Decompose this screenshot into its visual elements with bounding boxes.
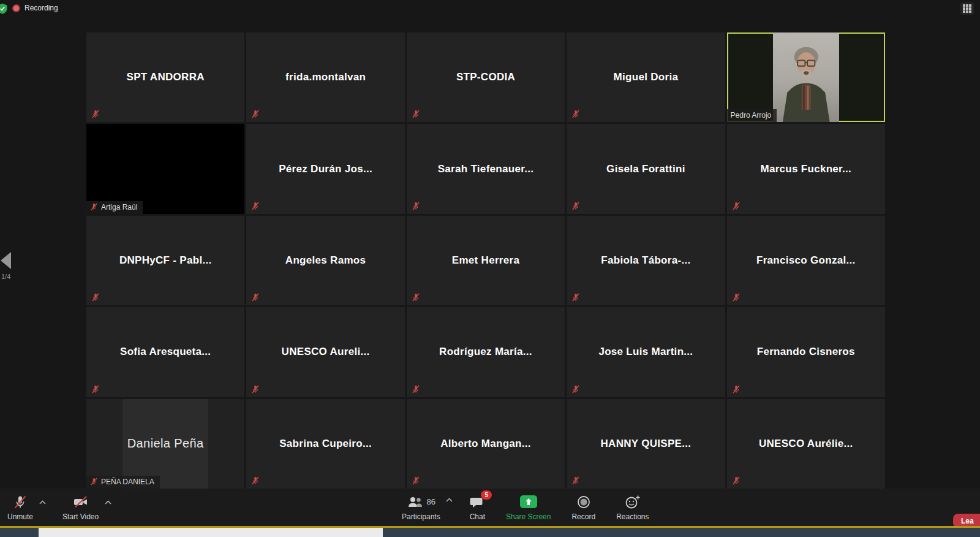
participant-name: Fabiola Tábora-... (567, 216, 725, 305)
person-silhouette (773, 36, 840, 123)
mic-muted-icon (732, 476, 741, 485)
participant-label-text: PEÑA DANIELA (101, 478, 154, 486)
participant-name: Miguel Doria (567, 32, 725, 122)
participant-tile[interactable]: Alberto Mangan... (407, 399, 565, 489)
participant-tile[interactable]: Francisco Gonzal... (727, 216, 885, 305)
chat-button[interactable]: 5 Chat (465, 492, 490, 524)
participant-tile[interactable]: Fabiola Tábora-... (567, 216, 725, 305)
mic-muted-icon (571, 293, 580, 302)
mic-muted-icon (571, 385, 580, 394)
mic-muted-icon (251, 293, 260, 302)
mic-muted-icon (571, 110, 580, 118)
recording-dot-icon (12, 4, 20, 12)
participant-tile[interactable]: Fernando Cisneros (727, 307, 885, 397)
mic-muted-icon (732, 385, 741, 394)
participant-tile[interactable]: SPT ANDORRA (86, 32, 244, 122)
participants-icon (407, 495, 424, 509)
share-screen-button[interactable]: Share Screen (501, 492, 556, 524)
mic-muted-icon (13, 495, 28, 509)
share-screen-icon (520, 495, 537, 508)
gallery-view-button[interactable] (960, 2, 974, 15)
video-options-chevron[interactable] (104, 499, 112, 516)
participant-name: Rodríguez María... (407, 307, 565, 397)
top-bar: Recording (0, 0, 980, 17)
participant-name: UNESCO Aureli... (246, 307, 404, 397)
mic-muted-icon (251, 202, 260, 210)
participant-name: Fernando Cisneros (727, 307, 885, 397)
mic-muted-icon (251, 110, 260, 118)
participant-tile[interactable]: Miguel Doria (567, 32, 725, 122)
start-video-label: Start Video (62, 512, 99, 521)
mic-muted-icon (251, 385, 260, 394)
participant-name: Sofia Aresqueta... (86, 307, 244, 397)
record-button[interactable]: Record (567, 492, 600, 524)
participant-name: frida.montalvan (246, 32, 404, 122)
unmute-button[interactable]: Unmute (2, 492, 38, 524)
participant-tile[interactable]: Sarah Tiefenauer... (407, 124, 565, 213)
participant-label-text: Artiga Raúl (101, 203, 137, 211)
start-video-button[interactable]: Start Video (58, 492, 104, 524)
participant-name: SPT ANDORRA (86, 32, 244, 122)
participant-tile[interactable]: Gisela Forattini (567, 124, 725, 213)
participant-name: Gisela Forattini (567, 124, 725, 213)
participant-tile[interactable]: Artiga Raúl Artiga Raúl (86, 124, 244, 213)
mic-muted-icon (251, 476, 260, 485)
participant-tile[interactable]: Rodríguez María... (407, 307, 565, 397)
participant-name: DNPHyCF - Pabl... (86, 216, 244, 305)
participant-tile[interactable]: Daniela Peña PEÑA DANIELA (86, 399, 244, 489)
participants-options-chevron[interactable] (445, 497, 454, 514)
participant-tile[interactable]: frida.montalvan (246, 32, 404, 122)
share-screen-label: Share Screen (506, 512, 551, 521)
recording-indicator: Recording (12, 4, 58, 12)
participant-tile[interactable]: STP-CODIA (407, 32, 565, 122)
chat-unread-badge: 5 (481, 490, 492, 500)
participant-tile[interactable]: UNESCO Aurélie... (727, 399, 885, 489)
participant-label: Artiga Raúl (86, 201, 143, 214)
recording-label: Recording (24, 4, 58, 12)
mic-muted-icon (412, 385, 420, 394)
mic-muted-icon (412, 110, 420, 118)
mic-muted-icon (91, 385, 100, 394)
participant-name: Pérez Durán Jos... (246, 124, 404, 213)
record-icon (576, 495, 591, 509)
participant-tile[interactable]: Pérez Durán Jos... (246, 124, 404, 213)
mic-muted-icon (91, 293, 100, 302)
participant-tile[interactable]: Angeles Ramos (246, 216, 404, 305)
participant-name: Angeles Ramos (246, 216, 404, 305)
participant-name: UNESCO Aurélie... (727, 399, 885, 489)
participant-tile[interactable]: UNESCO Aureli... (246, 307, 404, 397)
mic-muted-icon (732, 202, 741, 210)
background-window-segment (39, 528, 383, 537)
previous-page-arrow[interactable] (1, 252, 11, 269)
reactions-icon (625, 495, 641, 509)
mic-muted-icon (571, 202, 580, 210)
participant-tile[interactable]: DNPHyCF - Pabl... (86, 216, 244, 305)
mic-muted-icon (90, 203, 98, 211)
participants-button[interactable]: 86 Participants (397, 492, 445, 524)
participant-tile[interactable]: Emet Herrera (407, 216, 565, 305)
participant-tile[interactable]: Jose Luis Martin... (567, 307, 725, 397)
security-shield-icon[interactable] (0, 2, 9, 15)
participant-tile[interactable]: Pedro Arrojo Pedro Arrojo (727, 32, 885, 122)
unmute-label: Unmute (7, 512, 33, 521)
video-off-icon (72, 495, 89, 509)
participant-name: Francisco Gonzal... (727, 216, 885, 305)
participants-count: 86 (427, 497, 435, 506)
meeting-toolbar: Unmute Start Video (0, 489, 980, 526)
participant-tile[interactable]: Marcus Fuckner... (727, 124, 885, 213)
participant-label-text: Pedro Arrojo (731, 111, 772, 120)
participant-tile[interactable]: Sofia Aresqueta... (86, 307, 244, 397)
participants-label: Participants (402, 512, 440, 521)
reactions-label: Reactions (616, 512, 649, 521)
mic-muted-icon (412, 202, 420, 210)
participant-tile[interactable]: Sabrina Cupeiro... (246, 399, 404, 489)
reactions-button[interactable]: Reactions (611, 492, 654, 524)
participant-name: Emet Herrera (407, 216, 565, 305)
mic-muted-icon (732, 293, 741, 302)
participant-name: Sabrina Cupeiro... (246, 399, 404, 489)
audio-options-chevron[interactable] (38, 499, 47, 516)
grid-icon (963, 4, 971, 13)
participant-tile[interactable]: HANNY QUISPE... (567, 399, 725, 489)
mic-muted-icon (571, 476, 580, 485)
participant-name: Jose Luis Martin... (567, 307, 725, 397)
